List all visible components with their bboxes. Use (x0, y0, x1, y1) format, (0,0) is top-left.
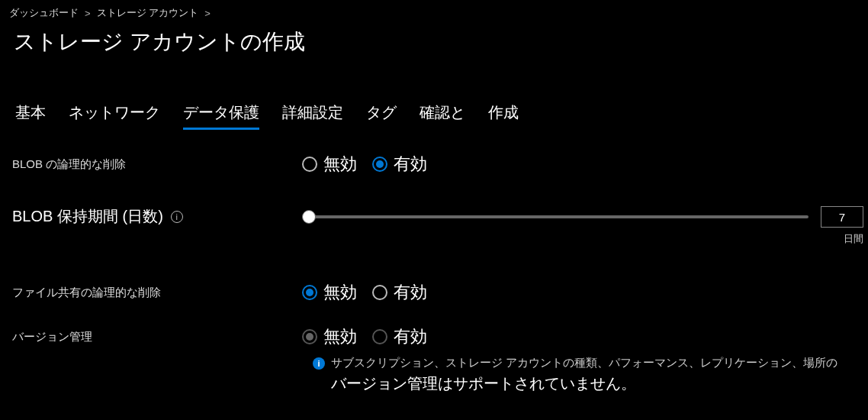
radio-blob-soft-delete-enabled[interactable]: 有効 (372, 153, 427, 176)
row-versioning: バージョン管理 無効 有効 (12, 325, 868, 348)
tab-basic[interactable]: 基本 (15, 102, 46, 128)
tab-advanced[interactable]: 詳細設定 (282, 102, 343, 128)
chevron-right-icon: > (85, 8, 91, 19)
radio-group-blob-soft-delete: 無効 有効 (302, 153, 427, 176)
tab-tags[interactable]: タグ (366, 102, 397, 128)
radio-icon (302, 285, 317, 300)
breadcrumb-dashboard[interactable]: ダッシュボード (9, 6, 79, 20)
radio-fileshare-soft-delete-disabled[interactable]: 無効 (302, 281, 357, 304)
radio-label: 有効 (394, 153, 427, 176)
radio-label: 有効 (394, 325, 427, 348)
radio-icon (302, 157, 317, 172)
radio-group-versioning: 無効 有効 (302, 325, 427, 348)
tab-network[interactable]: ネットワーク (69, 102, 160, 128)
row-blob-retention: BLOB 保持期間 (日数) i 日間 (12, 206, 868, 246)
label-versioning: バージョン管理 (12, 330, 302, 344)
tabs: 基本 ネットワーク データ保護 詳細設定 タグ 確認と 作成 (15, 102, 868, 130)
versioning-notice: i サブスクリプション、ストレージ アカウントの種類、パフォーマンス、レプリケー… (313, 356, 868, 394)
radio-blob-soft-delete-disabled[interactable]: 無効 (302, 153, 357, 176)
radio-versioning-enabled: 有効 (372, 325, 427, 348)
label-fileshare-soft-delete: ファイル共有の論理的な削除 (12, 286, 302, 300)
page-title: ストレージ アカウントの作成 (14, 27, 868, 57)
radio-versioning-disabled: 無効 (302, 325, 357, 348)
label-text: BLOB 保持期間 (日数) (12, 206, 163, 227)
chevron-right-icon: > (204, 8, 211, 19)
radio-fileshare-soft-delete-enabled[interactable]: 有効 (372, 281, 427, 304)
radio-icon (372, 285, 387, 300)
retention-unit: 日間 (302, 232, 863, 246)
slider-thumb[interactable] (302, 210, 316, 224)
radio-icon (372, 329, 387, 344)
row-fileshare-soft-delete: ファイル共有の論理的な削除 無効 有効 (12, 281, 868, 304)
tab-data-protection[interactable]: データ保護 (183, 102, 259, 130)
radio-label: 無効 (323, 153, 357, 176)
label-blob-soft-delete: BLOB の論理的な削除 (12, 157, 302, 172)
breadcrumb: ダッシュボード > ストレージ アカウント > (9, 6, 868, 20)
label-blob-retention: BLOB 保持期間 (日数) i (12, 206, 302, 227)
notice-main: バージョン管理はサポートされていません。 (331, 373, 868, 394)
breadcrumb-storage-accounts[interactable]: ストレージ アカウント (97, 6, 199, 20)
slider-track[interactable] (302, 208, 809, 226)
radio-icon (302, 329, 317, 344)
tab-create[interactable]: 作成 (488, 102, 519, 128)
info-icon[interactable]: i (171, 211, 183, 223)
tab-review[interactable]: 確認と (420, 102, 465, 128)
radio-label: 無効 (323, 325, 357, 348)
radio-group-fileshare-soft-delete: 無効 有効 (302, 281, 427, 304)
slider-blob-retention (302, 206, 863, 228)
radio-icon (372, 157, 387, 172)
info-badge-icon: i (313, 357, 325, 370)
row-blob-soft-delete: BLOB の論理的な削除 無効 有効 (12, 153, 868, 176)
radio-label: 有効 (394, 281, 427, 304)
notice-detail: サブスクリプション、ストレージ アカウントの種類、パフォーマンス、レプリケーショ… (331, 356, 837, 370)
radio-label: 無効 (323, 281, 357, 304)
retention-days-input[interactable] (821, 206, 863, 228)
